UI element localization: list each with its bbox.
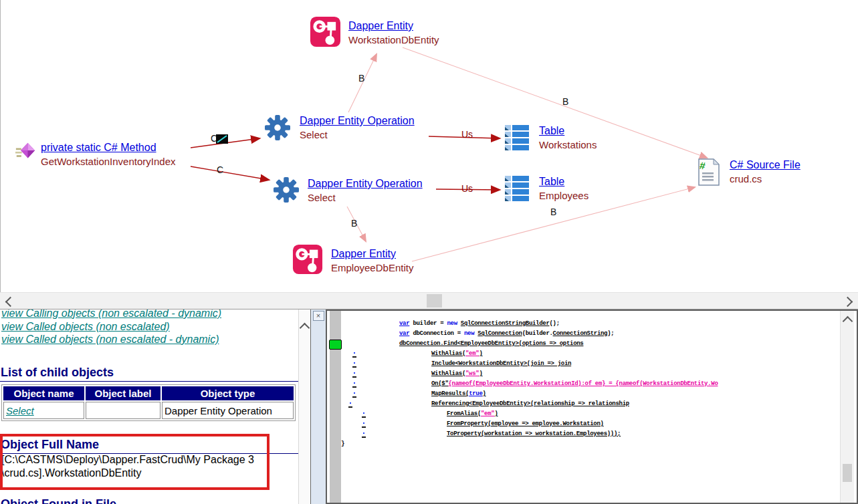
code-link-segment[interactable]: Referencing<EmployeeDbEntity>(relationsh… [431,400,629,407]
code-text: (builder. [522,330,553,337]
code-text: new [464,330,474,337]
node-link-entity-employee[interactable]: Dapper Entity [331,247,413,261]
operation-select-2-icon[interactable] [274,177,299,203]
view-objects-link[interactable]: view Calling objects (non escalated - dy… [1,309,221,320]
bottom-panels: view Calling objects (non escalated - dy… [0,309,858,504]
child-object-link[interactable]: Select [6,405,34,416]
code-link-segment[interactable]: true [469,390,482,397]
code-link-segment[interactable]: SqlConnectionStringBuilder [461,320,550,327]
code-line: WithAlias("ws") [341,369,483,379]
line-bookmark-dot[interactable] [352,393,356,398]
node-link-entity-workstation[interactable]: Dapper Entity [348,19,439,33]
object-report-panel: view Calling objects (non escalated - dy… [0,309,310,504]
code-link-segment[interactable]: var [399,320,409,327]
operation-select-1-icon[interactable] [265,115,290,140]
code-line: } [341,439,344,449]
edge-label: Us [461,129,473,140]
node-labels-entity-workstation: Dapper EntityWorkstationDbEntity [348,19,439,47]
code-link-segment[interactable]: dbConnection.Find<EmployeeDbEntity>(opti… [399,340,583,347]
code-link-segment[interactable]: ) [479,370,482,377]
source-file-icon[interactable]: # [697,158,721,186]
code-line: FromProperty(employee => employee.Workst… [341,419,604,429]
entity-workstation-icon[interactable] [310,16,341,47]
code-line: var dbConnection = new SqlConnection(bui… [341,329,614,339]
full-name-heading: Object Full Name [0,438,304,454]
code-vertical-scrollbar[interactable] [840,311,854,503]
code-scrollbar-thumb[interactable] [843,464,852,482]
report-links: view Calling objects (non escalated - dy… [1,309,221,346]
code-link-segment[interactable]: "em" [465,350,479,357]
node-link-table-workstations[interactable]: Table [539,124,597,138]
entity-employee-icon[interactable] [292,244,323,275]
close-icon[interactable]: × [313,311,324,321]
code-lines: var builder = new SqlConnectionStringBui… [341,311,849,503]
code-link-segment[interactable]: MapResults( [431,390,469,397]
object-full-name-value: [C:\CASTMS\Deploy\Dapper.FastCrud\My Pac… [1,453,254,480]
line-bookmark-dot[interactable] [352,363,356,368]
code-link-segment[interactable]: FromAlias( [447,410,481,417]
diagram-horizontal-scrollbar[interactable] [0,292,858,309]
code-link-segment[interactable]: SqlConnection [477,330,522,337]
node-name-entity-workstation: WorkstationDbEntity [348,33,439,47]
horizontal-scrollbar-thumb[interactable] [427,294,442,307]
node-link-table-employees[interactable]: Table [539,175,588,188]
cell-object-type: Dapper Entity Operation [162,402,294,419]
code-link-segment[interactable]: ) [479,350,482,357]
table-employees-icon[interactable] [503,174,531,202]
node-link-operation-select-1[interactable]: Dapper Entity Operation [300,114,415,128]
line-bookmark-dot[interactable] [348,403,352,408]
method-icon[interactable] [15,140,35,162]
code-text: new [447,320,457,327]
code-line: Include<WorkstationDbEntity>(join => joi… [341,359,571,369]
code-line: dbConnection.Find<EmployeeDbEntity>(opti… [341,339,583,349]
code-text: builder = [409,320,447,327]
code-link-segment[interactable]: "em" [481,410,494,417]
view-objects-link[interactable]: view Called objects (non escalated) [1,320,221,334]
column-header: Object name [3,386,84,400]
line-bookmark-dot[interactable] [362,433,366,438]
line-bookmark-dot[interactable] [352,353,356,358]
code-link-segment[interactable]: "ws" [465,370,479,377]
table-workstations-icon[interactable] [503,123,531,151]
scroll-right-icon[interactable] [843,297,853,307]
code-line: var builder = new SqlConnectionStringBui… [341,319,560,329]
code-link-segment[interactable]: Include<WorkstationDbEntity>(join => joi… [431,360,571,367]
node-name-table-employees: Employees [539,188,588,203]
scroll-left-icon[interactable] [5,297,16,307]
line-bookmark-dot[interactable] [352,383,356,388]
node-labels-method: private static C# MethodGetWorkstationIn… [41,141,176,168]
code-link-segment[interactable]: ) [483,390,486,397]
code-link-segment[interactable]: ToProperty(workstation => workstation.Em… [447,430,621,437]
code-text: (); [549,320,559,327]
edge-label: B [351,218,357,229]
code-link-segment[interactable]: On($" [431,380,449,387]
node-link-operation-select-2[interactable]: Dapper Entity Operation [308,177,423,191]
line-bookmark-dot[interactable] [362,413,366,418]
cell-object-label [86,402,160,419]
scroll-up-icon[interactable] [843,316,853,327]
report-vertical-scrollbar[interactable] [298,309,310,504]
code-link-segment[interactable]: ) [494,410,498,417]
code-link-segment[interactable]: ConnectionString [553,330,608,337]
scroll-up-icon[interactable] [300,323,310,334]
node-link-method[interactable]: private static C# Method [41,141,176,154]
view-objects-link[interactable]: view Called objects (non escalated - dyn… [1,333,221,346]
node-link-source-file[interactable]: C# Source File [730,158,800,172]
line-bookmark-dot[interactable] [362,423,366,428]
code-link-segment[interactable]: {nameof(EmployeeDbEntity.WorkstationId):… [449,380,718,387]
table-row: SelectDapper Entity Operation [3,402,294,419]
dependency-graph-canvas[interactable]: CCBUsUsBBB private static C# MethodGetWo… [0,0,858,292]
code-link-segment[interactable]: WithAlias( [431,350,465,357]
table-header-row: Object nameObject labelObject type [3,386,294,400]
child-objects-table: Object nameObject labelObject type Selec… [1,384,296,421]
node-labels-operation-select-2: Dapper Entity OperationSelect [308,177,423,205]
node-labels-table-employees: TableEmployees [539,175,588,203]
source-code-panel[interactable]: var builder = new SqlConnectionStringBui… [326,309,858,504]
current-line-marker [329,340,342,350]
line-bookmark-dot[interactable] [352,373,356,378]
code-link-segment[interactable]: FromProperty(employee => employee.Workst… [447,420,604,427]
panel-divider[interactable]: × [310,309,326,504]
code-link-segment[interactable]: WithAlias( [431,370,465,377]
code-link-segment[interactable]: var [399,330,409,337]
edge-label: B [550,207,556,217]
